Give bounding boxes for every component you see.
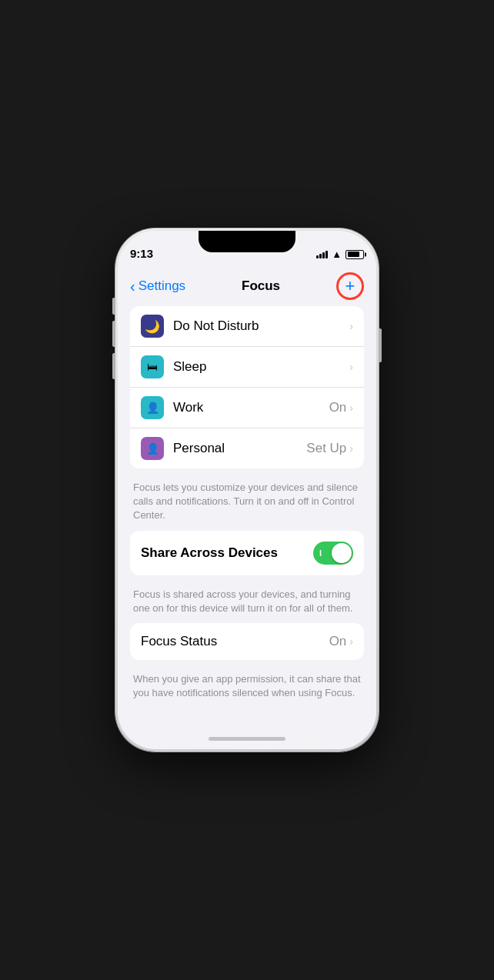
personal-status: Set Up <box>306 441 346 456</box>
share-devices-row: Share Across Devices <box>130 531 364 575</box>
focus-item-do-not-disturb[interactable]: 🌙 Do Not Disturb › <box>130 306 364 347</box>
moon-emoji: 🌙 <box>145 319 160 334</box>
share-devices-toggle[interactable] <box>313 542 353 565</box>
toggle-knob <box>332 543 352 563</box>
battery-fill <box>348 252 359 257</box>
add-focus-button[interactable] <box>336 272 364 300</box>
mute-button[interactable] <box>112 298 115 315</box>
sleep-chevron-icon: › <box>349 361 353 373</box>
signal-bar-3 <box>322 252 325 258</box>
signal-bar-2 <box>319 254 322 258</box>
work-label: Work <box>173 400 329 415</box>
focus-item-work[interactable]: 👤 Work On › <box>130 388 364 428</box>
work-icon: 👤 <box>141 396 164 419</box>
focus-status-label: Focus Status <box>141 634 329 649</box>
navigation-header: ‹ Settings Focus <box>118 265 376 306</box>
status-icons: ▲ <box>316 248 364 260</box>
back-chevron-icon: ‹ <box>130 278 135 294</box>
page-title: Focus <box>242 278 280 294</box>
work-right: On › <box>329 400 353 415</box>
focus-status-value: On <box>329 634 347 649</box>
phone-device: 9:13 ▲ ‹ Set <box>115 228 379 752</box>
power-button[interactable] <box>379 328 382 362</box>
focus-status-chevron-icon: › <box>349 635 353 648</box>
share-description: Focus is shared across your devices, and… <box>130 582 364 623</box>
focus-list-card: 🌙 Do Not Disturb › 🛏 Sleep › <box>130 306 364 468</box>
signal-bar-4 <box>325 251 328 258</box>
focus-item-sleep[interactable]: 🛏 Sleep › <box>130 347 364 388</box>
chevron-right-icon: › <box>349 320 353 332</box>
signal-bars-icon <box>316 251 328 258</box>
sleep-label: Sleep <box>173 359 349 375</box>
focus-status-card: Focus Status On › <box>130 623 364 660</box>
volume-up-button[interactable] <box>112 321 115 347</box>
personal-chevron-icon: › <box>349 442 353 455</box>
personal-icon: 👤 <box>141 437 164 460</box>
work-status: On <box>329 400 347 415</box>
volume-down-button[interactable] <box>112 353 115 379</box>
phone-screen: 9:13 ▲ ‹ Set <box>118 231 376 749</box>
wifi-icon: ▲ <box>332 248 342 260</box>
back-button[interactable]: ‹ Settings <box>130 278 185 294</box>
focus-status-row[interactable]: Focus Status On › <box>130 623 364 660</box>
sleep-icon: 🛏 <box>141 355 164 378</box>
notch <box>199 231 295 252</box>
main-content: 🌙 Do Not Disturb › 🛏 Sleep › <box>118 306 376 728</box>
sleep-right: › <box>349 361 353 373</box>
status-bar: 9:13 ▲ <box>118 231 376 265</box>
share-devices-card: Share Across Devices <box>130 531 364 575</box>
do-not-disturb-right: › <box>349 320 353 332</box>
home-indicator <box>118 728 376 749</box>
focus-description: Focus lets you customize your devices an… <box>130 475 364 531</box>
screen-content: 9:13 ▲ ‹ Set <box>118 231 376 749</box>
focus-item-personal[interactable]: 👤 Personal Set Up › <box>130 428 364 468</box>
focus-status-description: When you give an app permission, it can … <box>130 666 364 708</box>
personal-right: Set Up › <box>306 441 353 456</box>
home-bar <box>209 737 285 741</box>
battery-icon <box>345 250 364 259</box>
share-devices-label: Share Across Devices <box>141 545 313 561</box>
do-not-disturb-icon: 🌙 <box>141 315 164 338</box>
personal-label: Personal <box>173 441 306 456</box>
back-label: Settings <box>139 278 185 294</box>
signal-bar-1 <box>316 255 319 258</box>
do-not-disturb-label: Do Not Disturb <box>173 318 349 334</box>
work-chevron-icon: › <box>349 402 353 414</box>
